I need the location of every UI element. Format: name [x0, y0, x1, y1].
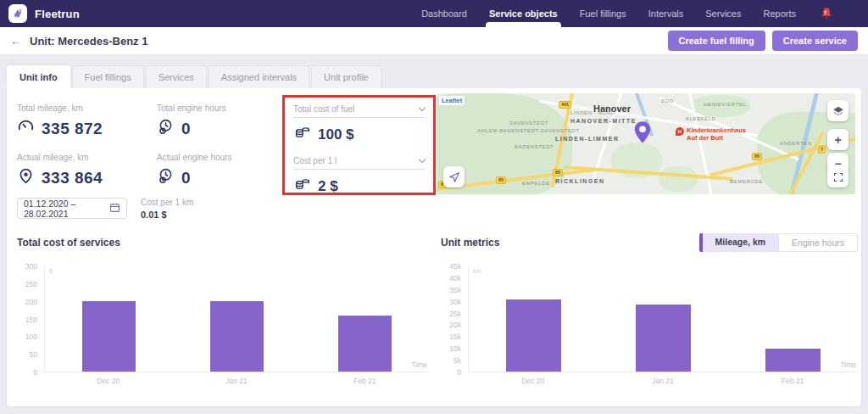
y-tick-label: 5k [453, 356, 461, 365]
stat-label: Actual engine hours [157, 153, 231, 162]
coins-icon [293, 176, 312, 198]
stat-value: 335 872 [42, 120, 103, 138]
map-zoom-in-button[interactable]: + [827, 129, 849, 150]
notifications-bell-icon[interactable]: 7 [819, 6, 834, 21]
cost-per-litre-select[interactable]: Cost per 1 l [293, 156, 425, 170]
unit-metrics-chart: Unit metrics Mileage, km Engine hours 45… [441, 232, 858, 385]
fleetrun-logo-icon[interactable] [8, 4, 27, 23]
nav-item-service-objects[interactable]: Service objects [478, 0, 569, 27]
coins-icon [293, 124, 312, 146]
notification-count: 7 [824, 10, 826, 15]
bar-feb-21[interactable] [338, 316, 392, 372]
map-label: LINDEN-LIMMER [555, 136, 620, 142]
hospital-icon: H [676, 127, 684, 136]
map-label: BADENSTEDT [515, 144, 554, 149]
nav-item-intervals[interactable]: Intervals [637, 0, 695, 27]
map-label: RICKLINGEN [555, 178, 605, 184]
nav-item-dashboard[interactable]: Dashboard [410, 0, 478, 27]
tab-unit-profile[interactable]: Unit profile [311, 65, 381, 88]
y-tick-label: 0 [457, 368, 461, 377]
map-label: LINDEN - NORD [570, 110, 615, 115]
y-tick-label: 250 [25, 280, 37, 288]
map-green-area [659, 166, 698, 192]
stat-value: 0 [181, 120, 191, 138]
unit-tabs: Unit info Fuel fillings Services Assigne… [0, 55, 868, 88]
y-tick-label: 35k [449, 286, 461, 294]
nav-item-fuel-fillings[interactable]: Fuel fillings [569, 0, 637, 27]
x-tick-label: Dec 20 [44, 377, 172, 385]
stat-actual-engine-hours: Actual engine hours 0 [157, 153, 231, 188]
x-tick-label: Jan 21 [172, 377, 300, 385]
chevron-down-icon [419, 156, 426, 163]
back-arrow-icon[interactable]: ← [10, 34, 22, 48]
unit-header: ← Unit: Mercedes-Benz 1 Create fuel fill… [0, 27, 868, 55]
y-tick-label: 20k [449, 321, 461, 329]
road-badge: 65 [752, 153, 762, 160]
bar-dec-20[interactable] [506, 299, 560, 372]
create-fuel-filling-button[interactable]: Create fuel filling [668, 31, 765, 51]
leaflet-attribution[interactable]: Leaflet [439, 96, 465, 105]
engine-hours-icon [157, 118, 175, 139]
stat-label: Total mileage, km [17, 104, 103, 113]
chart-title: Total cost of services [17, 237, 120, 249]
engine-hours-icon [157, 167, 175, 188]
calendar-icon [109, 201, 120, 216]
y-tick-label: 50 [30, 350, 37, 359]
y-tick-label: 300 [25, 262, 37, 271]
y-tick-label: 25k [449, 310, 461, 318]
unit-location-map[interactable]: Leaflet Hanover LINDEN - NORD HANOVER-MI… [437, 93, 855, 194]
map-label: HEIDEVIERTEL [704, 102, 746, 107]
top-navbar: Fleetrun Dashboard Service objects Fuel … [0, 0, 868, 27]
y-tick-label: 200 [25, 298, 37, 306]
y-tick-label: 30k [449, 298, 461, 306]
tab-fuel-fillings[interactable]: Fuel fillings [72, 65, 144, 88]
map-label: BEMERODE [730, 179, 763, 184]
stat-value: 333 864 [42, 169, 103, 187]
nav-item-reports[interactable]: Reports [752, 0, 807, 27]
hospital-poi[interactable]: H Kinderkrankenhaus Auf der Bult [676, 127, 753, 142]
map-fullscreen-button[interactable] [827, 166, 849, 187]
road-badge: 7 [818, 146, 826, 154]
stat-total-engine-hours: Total engine hours 0 [157, 104, 226, 139]
y-tick-label: 45k [449, 262, 461, 271]
bar-jan-21[interactable] [210, 301, 264, 372]
tab-assigned-intervals[interactable]: Assigned intervals [209, 65, 309, 88]
stat-label: Actual mileage, km [17, 153, 103, 162]
map-label: HANOVER-MITTE [570, 118, 637, 124]
total-cost-of-fuel-value: 100 $ [318, 126, 354, 143]
nav-item-services[interactable]: Services [694, 0, 752, 27]
y-axis-unit: $ [49, 268, 53, 274]
map-locate-button[interactable] [443, 166, 465, 187]
x-tick-label: Feb 21 [301, 377, 429, 385]
chart-title: Unit metrics [441, 237, 499, 249]
bar-feb-21[interactable] [765, 349, 820, 372]
bar-dec-20[interactable] [82, 301, 136, 372]
annotation-highlight-box: Total cost of fuel 100 $ Cost per 1 l 2 … [282, 95, 436, 195]
map-label: ANDERTEN [780, 141, 812, 146]
bar-jan-21[interactable] [636, 305, 690, 372]
total-cost-of-services-chart: Total cost of services 30025020015010050… [17, 232, 429, 385]
y-axis-unit: km [473, 268, 481, 274]
map-label: ZOO [661, 98, 674, 104]
x-axis-label: Time [840, 361, 856, 369]
create-service-button[interactable]: Create service [772, 31, 858, 51]
tab-services[interactable]: Services [146, 65, 207, 88]
cost-per-km-block: Cost per 1 km 0.01 $ [141, 198, 193, 220]
total-cost-of-fuel-select[interactable]: Total cost of fuel [293, 104, 425, 118]
plot-area: $ Time [44, 266, 429, 372]
y-axis: 45k40k35k30k25k20k15k10k5k0 [441, 266, 468, 372]
y-tick-label: 40k [449, 274, 461, 283]
toggle-engine-hours[interactable]: Engine hours [778, 233, 858, 252]
speedometer-icon [17, 118, 35, 139]
map-label: AHLEM-BADENSTEDT-DAVENSTEDT [477, 128, 580, 133]
stat-value: 0 [181, 169, 191, 187]
cost-per-km-value: 0.01 $ [141, 210, 193, 220]
unit-marker-pin[interactable] [633, 120, 652, 148]
stat-total-mileage: Total mileage, km 335 872 [17, 104, 103, 139]
tab-unit-info[interactable]: Unit info [7, 65, 70, 88]
map-layers-button[interactable] [827, 100, 849, 121]
stat-label: Total engine hours [157, 104, 226, 113]
toggle-mileage-km[interactable]: Mileage, km [699, 233, 779, 252]
date-range-input[interactable]: 01.12.2020 – 28.02.2021 [17, 198, 127, 219]
y-tick-label: 15k [449, 333, 461, 341]
